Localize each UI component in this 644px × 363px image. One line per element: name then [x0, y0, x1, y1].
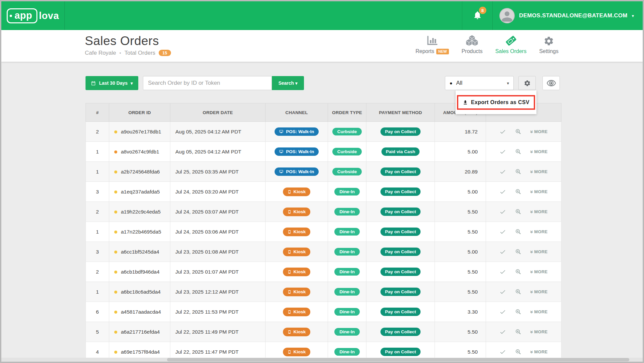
more-actions-button[interactable]: »MORE	[530, 289, 547, 295]
order-amount: 18.72	[435, 122, 486, 142]
order-id: a69e1757f84da4	[121, 349, 160, 355]
check-icon	[499, 189, 506, 195]
nav-label-settings: Settings	[539, 48, 558, 54]
channel-badge: Kiosk	[283, 308, 311, 316]
view-order-details-button[interactable]	[515, 189, 521, 195]
order-date: Jul 24, 2025 03:20 AM PDT	[170, 182, 266, 202]
more-actions-button[interactable]: »MORE	[530, 229, 547, 235]
order-type-badge: Dine-In	[334, 188, 360, 196]
confirm-order-button[interactable]	[499, 148, 506, 155]
confirm-order-button[interactable]	[499, 329, 506, 335]
order-status-dot	[114, 271, 117, 274]
confirm-order-button[interactable]	[499, 209, 506, 215]
applova-logo: app lova	[7, 8, 59, 23]
notification-count-badge: 8	[479, 7, 486, 14]
export-orders-csv-menu-item[interactable]: Export Orders as CSV	[457, 95, 535, 110]
view-order-details-button[interactable]	[515, 269, 521, 275]
view-order-details-button[interactable]	[515, 168, 521, 175]
row-actions: »MORE	[486, 309, 561, 315]
check-icon	[499, 289, 506, 295]
status-filter-dropdown[interactable]: ● All ▾	[445, 76, 514, 90]
order-search-input[interactable]	[143, 76, 272, 90]
view-order-details-button[interactable]	[515, 249, 521, 255]
phone-icon	[288, 230, 291, 234]
phone-icon	[288, 350, 291, 354]
more-actions-button[interactable]: »MORE	[530, 189, 547, 195]
double-chevron-down-icon: »	[529, 310, 535, 313]
payment-method-badge: Pay on Collect	[380, 188, 420, 196]
confirm-order-button[interactable]	[499, 349, 506, 355]
phone-icon	[288, 190, 291, 194]
row-actions: »MORE	[486, 269, 561, 275]
payment-method-badge: Pay on Collect	[380, 348, 420, 356]
confirm-order-button[interactable]	[499, 249, 506, 255]
confirm-order-button[interactable]	[499, 229, 506, 235]
channel-badge: Kiosk	[283, 288, 311, 296]
payment-method-badge: Pay on Collect	[380, 167, 420, 176]
more-actions-button[interactable]: »MORE	[530, 129, 547, 134]
zoom-in-icon	[515, 148, 521, 155]
confirm-order-button[interactable]	[499, 289, 506, 295]
order-row: 3a1eq237adafda5Jul 24, 2025 03:20 AM PDT…	[86, 182, 561, 202]
nav-item-sales-orders[interactable]: Sales Orders	[495, 35, 526, 54]
confirm-order-button[interactable]	[499, 128, 506, 135]
view-order-details-button[interactable]	[515, 229, 521, 235]
double-chevron-down-icon: »	[529, 270, 535, 273]
horizontal-scrollbar[interactable]	[1, 358, 643, 362]
download-icon	[463, 100, 468, 105]
row-number: 1	[86, 142, 109, 162]
row-number: 1	[86, 222, 109, 242]
more-actions-button[interactable]: »MORE	[530, 309, 547, 315]
confirm-order-button[interactable]	[499, 309, 506, 315]
view-order-details-button[interactable]	[515, 128, 521, 135]
notifications-button[interactable]: 8	[462, 1, 493, 30]
order-amount: 5.50	[435, 282, 486, 302]
view-order-details-button[interactable]	[515, 309, 521, 315]
confirm-order-button[interactable]	[499, 189, 506, 195]
more-actions-button[interactable]: »MORE	[530, 329, 547, 335]
nav-item-settings[interactable]: Settings	[539, 35, 558, 54]
order-status-dot	[114, 331, 117, 334]
more-actions-button[interactable]: »MORE	[530, 249, 547, 255]
row-actions: »MORE	[486, 329, 561, 335]
order-id: a2b7245648fda6	[121, 169, 160, 174]
row-number: 2	[86, 122, 109, 142]
view-order-details-button[interactable]	[515, 289, 521, 295]
more-actions-button[interactable]: »MORE	[530, 149, 547, 154]
more-actions-button[interactable]: »MORE	[530, 209, 547, 215]
date-range-button[interactable]: Last 30 Days ▾	[86, 76, 138, 90]
nav-item-products[interactable]: Products	[462, 35, 483, 54]
main-navigation: Reports NEW Products	[416, 35, 558, 54]
avatar	[499, 8, 515, 23]
monitor-icon	[279, 169, 284, 174]
user-menu[interactable]: DEMOS.STANDALONE@BATEAM.COM ▾	[493, 1, 643, 30]
order-id: a6a217716efda4	[121, 329, 160, 335]
channel-badge: Kiosk	[283, 248, 311, 256]
channel-badge: Kiosk	[283, 228, 311, 236]
view-order-details-button[interactable]	[515, 148, 521, 155]
order-date: Aug 05, 2025 04:12 AM PDT	[170, 122, 266, 142]
order-status-dot	[114, 191, 117, 194]
table-settings-button[interactable]	[518, 76, 536, 90]
app-logo[interactable]: app lova	[1, 1, 65, 30]
row-actions: »MORE	[486, 229, 561, 235]
row-actions: »MORE	[486, 128, 561, 135]
horizontal-scrollbar-thumb[interactable]	[167, 358, 629, 361]
column-visibility-button[interactable]	[542, 76, 560, 90]
order-id-cell: a2b7245648fda6	[109, 162, 170, 182]
order-type-badge: Curbside	[332, 128, 362, 136]
view-order-details-button[interactable]	[515, 329, 521, 335]
order-id: a45817aadacda4	[121, 309, 161, 315]
view-order-details-button[interactable]	[515, 209, 521, 215]
view-order-details-button[interactable]	[515, 349, 521, 355]
more-actions-button[interactable]: »MORE	[530, 349, 547, 355]
title-block: Sales Orders Cafe Royale • Total Orders …	[85, 34, 171, 56]
order-amount: 5.00	[435, 242, 486, 262]
more-actions-button[interactable]: »MORE	[530, 169, 547, 174]
confirm-order-button[interactable]	[499, 269, 506, 275]
nav-item-reports[interactable]: Reports NEW	[416, 35, 449, 54]
more-actions-button[interactable]: »MORE	[530, 269, 547, 275]
confirm-order-button[interactable]	[499, 168, 506, 175]
search-button[interactable]: Search ▾	[272, 76, 304, 90]
gear-icon	[524, 80, 531, 87]
